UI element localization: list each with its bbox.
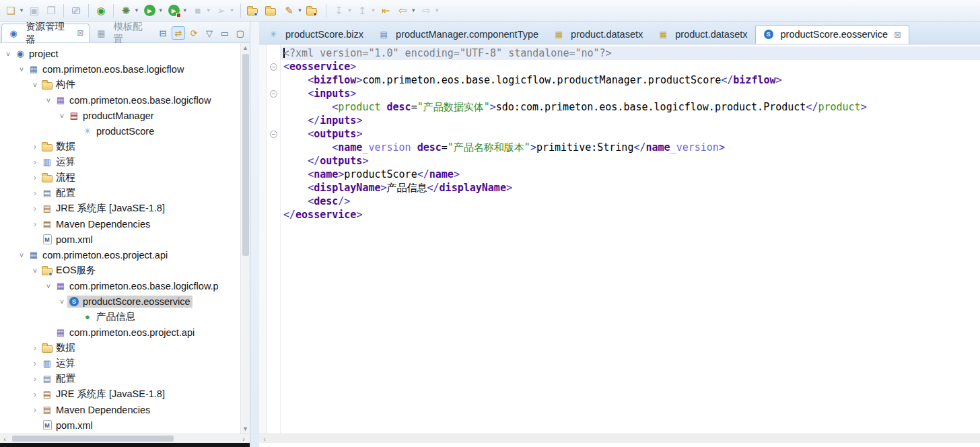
tree-row[interactable]: ˅▦com.primeton.eos.base.logicflow.p (0, 278, 240, 294)
tree-row[interactable]: ›▥运算 (0, 355, 240, 371)
scroll-left-icon[interactable]: ‹ (259, 435, 270, 443)
editor-tab-3[interactable]: ▦product.datasetx (650, 25, 755, 44)
view-menu-button[interactable]: ▽ (203, 26, 216, 40)
tree-row[interactable]: ●产品信息 (0, 309, 240, 324)
expander-open-icon[interactable]: ˅ (43, 96, 54, 104)
expander-open-icon[interactable]: ˅ (16, 251, 27, 259)
new-wizard-dropdown-icon[interactable]: ▼ (19, 7, 24, 13)
view-tab-resource-explorer[interactable]: ◉资源管理器⊠ (1, 24, 90, 42)
start-server-button[interactable]: ◉ (93, 3, 109, 19)
tree-row[interactable]: ›▥运算 (0, 154, 240, 170)
tree-item[interactable]: 流程 (40, 170, 77, 184)
open-type-button[interactable] (304, 3, 322, 19)
tree-item[interactable]: ●产品信息 (81, 310, 137, 324)
expander-closed-icon[interactable]: › (30, 188, 40, 198)
fold-collapse-icon[interactable]: − (270, 131, 277, 138)
tree-row[interactable]: ›▤Maven Dependencies (0, 216, 240, 232)
expander-closed-icon[interactable]: › (30, 157, 40, 167)
open-folder-button[interactable] (263, 3, 281, 19)
tree-row[interactable]: ›数据 (0, 139, 240, 154)
expander-closed-icon[interactable]: › (30, 219, 40, 229)
expander-closed-icon[interactable]: › (30, 358, 40, 368)
tree-item[interactable]: ▦com.primeton.eos.base.logicflow.p (54, 280, 221, 292)
scroll-up-icon[interactable]: ▲ (242, 43, 248, 53)
tree-item[interactable]: ▤Maven Dependencies (40, 404, 152, 416)
tree-row[interactable]: ˅SproductScore.eosservice (0, 294, 240, 309)
expander-closed-icon[interactable]: › (30, 172, 40, 182)
editor-tab-0[interactable]: ✳productScore.bizx (260, 25, 371, 44)
scroll-left-icon[interactable]: ‹ (0, 435, 9, 443)
debug-dropdown-icon[interactable]: ▼ (134, 7, 139, 13)
tree-item[interactable]: 数据 (40, 139, 77, 153)
tree-item[interactable]: 构件 (40, 77, 77, 92)
tree-row[interactable]: ›▤Maven Dependencies (0, 402, 240, 417)
tree-vertical-scrollbar[interactable]: ▲ ▼ (240, 43, 250, 434)
tree-row[interactable]: ˅EOS服务 (0, 263, 240, 278)
link-with-editor-button[interactable]: ⇄ (172, 26, 185, 40)
stop-dropdown-icon[interactable]: ▼ (206, 7, 211, 13)
tree-row[interactable]: ›流程 (0, 170, 240, 185)
tree-row[interactable]: ˅构件 (0, 77, 240, 92)
scroll-down-icon[interactable]: ▼ (242, 424, 248, 434)
collapse-all-button[interactable]: ⊟ (156, 26, 170, 40)
previous-annotation-dropdown-icon[interactable]: ▼ (370, 7, 376, 13)
mark-pen-dropdown-icon[interactable]: ▼ (298, 7, 303, 13)
tree-item[interactable]: ▦com.primeton.eos.project.api (27, 249, 170, 261)
run-dropdown-icon[interactable]: ▼ (158, 7, 164, 13)
close-icon[interactable]: ⊠ (77, 28, 83, 38)
tree-item[interactable]: Mpom.xml (40, 419, 95, 432)
tree-row[interactable]: ›▤JRE 系统库 [JavaSE-1.8] (0, 386, 240, 402)
last-edit-location-button[interactable]: ⇤ (378, 3, 394, 19)
tree-item[interactable]: ◉project (13, 48, 61, 60)
external-tools-dropdown-icon[interactable]: ▼ (230, 7, 235, 13)
import-resource-button[interactable] (245, 3, 262, 19)
expander-closed-icon[interactable]: › (30, 405, 40, 415)
scroll-right-icon[interactable]: › (239, 435, 248, 443)
fold-collapse-icon[interactable]: − (270, 90, 277, 98)
expander-closed-icon[interactable]: › (30, 203, 40, 213)
back-dropdown-icon[interactable]: ▼ (411, 7, 416, 13)
next-annotation-dropdown-icon[interactable]: ▼ (347, 7, 352, 13)
tree-row[interactable]: Mpom.xml (0, 232, 240, 247)
tree-row[interactable]: ˅▦com.primeton.eos.base.logicflow (0, 61, 240, 77)
tree-item[interactable]: 数据 (40, 341, 77, 355)
tree-row[interactable]: ˅▦com.primeton.eos.project.api (0, 247, 240, 263)
tree-item[interactable]: ▦com.primeton.eos.base.logicflow (54, 94, 213, 106)
tree-item[interactable]: ▥运算 (40, 155, 77, 169)
tree-row[interactable]: ✳productScore (0, 123, 240, 139)
tree-item[interactable]: EOS服务 (40, 263, 98, 277)
tree-item[interactable]: ▤配置 (40, 186, 77, 200)
fold-collapse-icon[interactable]: − (270, 63, 277, 71)
tree-row[interactable]: ›▤配置 (0, 371, 240, 386)
run-button[interactable]: ▶▼ (141, 3, 165, 19)
expander-open-icon[interactable]: ˅ (16, 65, 27, 73)
tree-row[interactable]: ›数据 (0, 340, 240, 355)
tree-item[interactable]: ▤Maven Dependencies (40, 218, 152, 230)
expander-open-icon[interactable]: ˅ (3, 50, 13, 58)
back-button[interactable]: ⇦▼ (394, 3, 417, 19)
expander-open-icon[interactable]: ˅ (30, 81, 40, 89)
tree-item-selected[interactable]: SproductScore.eosservice (67, 296, 193, 308)
panel-sash[interactable] (250, 22, 259, 447)
tree-item[interactable]: ▦com.primeton.eos.base.logicflow (27, 63, 186, 75)
expander-open-icon[interactable]: ˅ (57, 298, 67, 306)
editor-horizontal-scrollbar[interactable]: ‹ (259, 434, 980, 443)
tree-row[interactable]: ▦com.primeton.eos.project.api (0, 324, 240, 340)
view-tab-template-config[interactable]: ▦模板配置 (90, 24, 156, 42)
scroll-thumb[interactable] (12, 436, 174, 442)
coverage-dropdown-icon[interactable]: ▼ (182, 7, 188, 13)
maximize-button[interactable]: ▢ (234, 26, 247, 40)
expander-closed-icon[interactable]: › (30, 389, 40, 399)
editor-tab-2[interactable]: ▦product.datasetx (546, 25, 650, 44)
tree-horizontal-scrollbar[interactable]: ‹ › (0, 434, 250, 443)
expander-open-icon[interactable]: ˅ (57, 112, 67, 120)
tree-item[interactable]: ✳productScore (81, 125, 156, 137)
close-icon[interactable]: ⊠ (894, 30, 901, 40)
expander-closed-icon[interactable]: › (30, 343, 40, 353)
minimize-button[interactable]: ▭ (218, 26, 232, 40)
expander-closed-icon[interactable]: › (30, 374, 40, 384)
console-button[interactable]: ⎚ (68, 3, 84, 19)
new-wizard-button[interactable]: ❏▼ (3, 3, 26, 19)
scroll-thumb[interactable] (242, 54, 249, 256)
coverage-button[interactable]: ▶▼ (166, 3, 189, 19)
